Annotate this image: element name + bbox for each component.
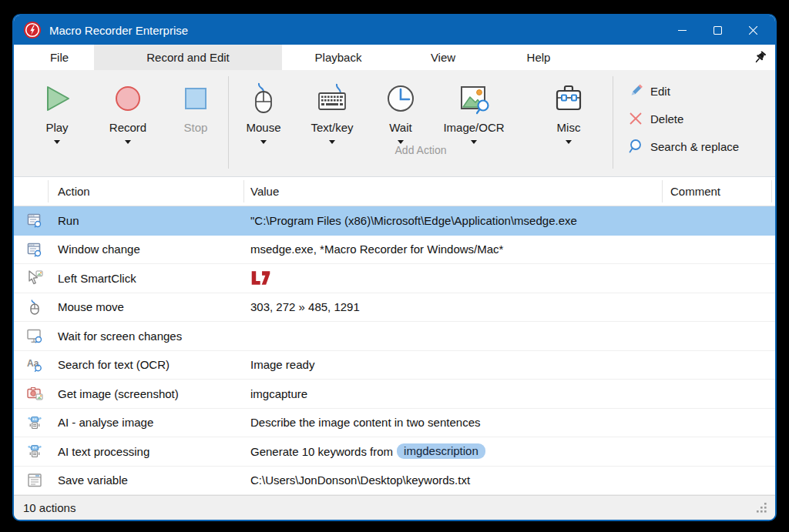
- play-icon: [40, 79, 74, 118]
- tab-view[interactable]: View: [394, 45, 492, 70]
- edit-button[interactable]: Edit: [627, 81, 739, 101]
- dropdown-arrow-icon: [125, 140, 131, 144]
- tab-playback[interactable]: Playback: [282, 45, 394, 70]
- row-action-label: Left SmartClick: [48, 272, 243, 285]
- search-replace-label: Search & replace: [650, 140, 739, 153]
- play-label: Play: [45, 121, 68, 134]
- get-image-icon: [14, 385, 48, 402]
- keyboard-icon: [314, 79, 350, 118]
- pencil-icon: [627, 82, 644, 99]
- textkey-label: Text/key: [311, 121, 353, 134]
- app-window: Macro Recorder Enterprise File Record an…: [12, 14, 777, 521]
- row-action-label: AI - analyse image: [48, 416, 243, 429]
- row-action-label: Mouse move: [48, 300, 243, 313]
- image-ocr-label: Image/OCR: [443, 121, 504, 134]
- row-value: Describe the image content in two senten…: [243, 416, 775, 429]
- column-header-action[interactable]: Action: [58, 177, 90, 206]
- row-value: Image ready: [243, 358, 775, 371]
- row-value-text: Describe the image content in two senten…: [250, 416, 481, 429]
- textkey-button[interactable]: Text/key: [297, 70, 368, 144]
- app-logo-icon: [23, 21, 42, 39]
- image-ocr-icon: [456, 79, 492, 118]
- wait-label: Wait: [389, 121, 411, 134]
- column-divider: [662, 180, 663, 202]
- delete-button[interactable]: Delete: [627, 109, 739, 129]
- close-icon: [749, 26, 757, 35]
- maximize-button[interactable]: [700, 15, 735, 45]
- row-value: [243, 269, 775, 286]
- close-button[interactable]: [735, 15, 771, 45]
- dropdown-arrow-icon: [54, 140, 60, 144]
- record-icon: [111, 79, 145, 118]
- table-row[interactable]: Wait for screen changes: [14, 322, 775, 351]
- clock-icon: [384, 79, 418, 118]
- row-action-label: Get image (screenshot): [48, 387, 243, 400]
- ai-icon: [14, 443, 48, 460]
- title-bar[interactable]: Macro Recorder Enterprise: [14, 15, 775, 45]
- window-change-icon: [14, 241, 48, 258]
- record-label: Record: [109, 121, 146, 134]
- magnifier-icon: [627, 138, 644, 155]
- stop-button: Stop: [165, 70, 227, 134]
- table-row[interactable]: Window change msedge.exe, *Macro Recorde…: [14, 236, 775, 265]
- mouse-move-icon: [14, 299, 48, 316]
- row-value: imgcapture: [243, 387, 775, 400]
- row-value: Generate 10 keywords from imgdescription: [243, 443, 775, 459]
- smartclick-icon: [14, 269, 48, 286]
- pin-ribbon-button[interactable]: [744, 45, 775, 70]
- mouse-button[interactable]: Mouse: [230, 70, 297, 144]
- stop-label: Stop: [184, 121, 208, 134]
- ribbon-tab-bar: File Record and Edit Playback View Help: [14, 45, 775, 70]
- maximize-icon: [713, 26, 722, 35]
- row-action-label: AI text processing: [48, 445, 243, 458]
- column-divider: [771, 180, 772, 202]
- action-table-header: Action Value Comment: [14, 177, 775, 206]
- row-value: "C:\Program Files (x86)\Microsoft\Edge\A…: [243, 214, 775, 227]
- record-button[interactable]: Record: [91, 70, 165, 144]
- mouse-label: Mouse: [246, 121, 280, 134]
- row-value-text: C:\Users\JonDonson\Desktop\keywords.txt: [250, 473, 470, 487]
- column-header-comment[interactable]: Comment: [670, 177, 720, 206]
- action-table-body: Run "C:\Program Files (x86)\Microsoft\Ed…: [14, 206, 775, 495]
- misc-label: Misc: [557, 121, 581, 134]
- search-replace-button[interactable]: Search & replace: [627, 136, 739, 156]
- row-action-label: Search for text (OCR): [48, 358, 243, 371]
- column-header-value[interactable]: Value: [250, 177, 279, 206]
- menu-spacer: [586, 45, 744, 70]
- tab-file[interactable]: File: [25, 45, 94, 70]
- ocr-icon: Aa: [14, 356, 48, 373]
- table-row[interactable]: Mouse move 303, 272 » 485, 1291: [14, 293, 775, 323]
- row-action-label: Window change: [48, 243, 243, 256]
- misc-button[interactable]: Misc: [526, 70, 611, 144]
- resize-grip-icon[interactable]: [757, 503, 767, 514]
- desktop-background: Macro Recorder Enterprise File Record an…: [0, 0, 789, 532]
- row-value-text: "C:\Program Files (x86)\Microsoft\Edge\A…: [250, 214, 577, 227]
- status-bar: 10 actions: [14, 495, 775, 520]
- play-button[interactable]: Play: [23, 70, 91, 144]
- action-count: 10 actions: [23, 501, 76, 514]
- table-row[interactable]: Save variable C:\Users\JonDonson\Desktop…: [14, 467, 775, 496]
- stop-icon: [179, 79, 213, 118]
- row-value: C:\Users\JonDonson\Desktop\keywords.txt: [243, 473, 775, 487]
- table-row[interactable]: AI - analyse image Describe the image co…: [14, 409, 775, 438]
- minimize-icon: [678, 26, 687, 35]
- row-action-label: Wait for screen changes: [48, 330, 243, 343]
- image-ocr-button[interactable]: Image/OCR: [434, 70, 514, 144]
- table-row[interactable]: Get image (screenshot) imgcapture: [14, 380, 775, 409]
- table-row[interactable]: Run "C:\Program Files (x86)\Microsoft\Ed…: [14, 206, 775, 236]
- table-row[interactable]: AI text processing Generate 10 keywords …: [14, 437, 775, 467]
- table-row[interactable]: Left SmartClick: [14, 264, 775, 293]
- row-action-label: Save variable: [48, 473, 243, 487]
- minimize-button[interactable]: [664, 15, 700, 45]
- row-value: msedge.exe, *Macro Recorder for Windows/…: [243, 243, 775, 256]
- row-value-text: imgcapture: [250, 387, 307, 400]
- add-action-group: Mouse: [230, 70, 611, 158]
- row-value-text: msedge.exe, *Macro Recorder for Windows/…: [250, 243, 503, 256]
- tab-record-and-edit[interactable]: Record and Edit: [94, 45, 282, 70]
- table-row[interactable]: Aa Search for text (OCR) Image ready: [14, 351, 775, 380]
- row-value-text: 303, 272 » 485, 1291: [250, 300, 360, 313]
- row-action-label: Run: [48, 214, 243, 227]
- tab-help[interactable]: Help: [492, 45, 586, 70]
- mouse-icon: [247, 79, 280, 118]
- wait-button[interactable]: Wait: [368, 70, 434, 144]
